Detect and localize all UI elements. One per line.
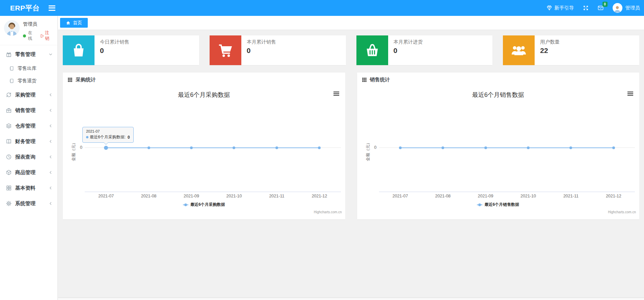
sidebar-item-label: 销售管理	[15, 107, 35, 114]
x-tick: 2021-11	[256, 194, 298, 198]
stat-card-value: 0	[394, 47, 423, 55]
purchase-chart: 最近6个月采购数据 0 金额（元）	[63, 87, 345, 219]
data-point-marker	[612, 146, 615, 149]
legend-item[interactable]: 最近6个月销售数据	[357, 202, 640, 208]
user-avatar	[613, 3, 622, 13]
stat-card-value: 0	[100, 47, 129, 55]
x-tick: 2021-08	[127, 194, 170, 198]
data-point-marker	[233, 146, 235, 149]
chart-credits[interactable]: Highcharts.com.cn	[314, 210, 342, 214]
purchase-stats-panel: 采购统计 最近6个月采购数据 0 金额（元）	[63, 73, 345, 219]
gift-icon	[6, 51, 12, 57]
chevron-left-icon	[49, 124, 53, 128]
chevron-left-icon	[49, 93, 53, 97]
sidebar-item-label: 商品管理	[15, 169, 35, 176]
fullscreen-button[interactable]	[583, 5, 589, 11]
data-point-marker	[569, 146, 572, 149]
legend-item[interactable]: 最近6个月采购数据	[63, 202, 345, 208]
chevron-left-icon	[49, 201, 53, 206]
legend-label: 最近6个月采购数据	[190, 202, 225, 208]
sidebar-item-retail-outbound[interactable]: 零售出库	[0, 62, 57, 75]
logout-link[interactable]: 注销	[40, 30, 53, 42]
legend-marker	[183, 203, 188, 206]
user-menu[interactable]: 管理员	[613, 3, 640, 13]
x-axis-ticks: 2021-07 2021-08 2021-09 2021-10 2021-11 …	[85, 194, 341, 198]
data-point-marker	[147, 146, 150, 149]
x-tick: 2021-11	[549, 194, 592, 198]
sidebar-item-retail[interactable]: 零售管理	[0, 47, 57, 62]
sidebar-item-sales[interactable]: 销售管理	[0, 103, 57, 118]
tooltip-header: 2021-07	[86, 129, 130, 133]
panel-header: 销售统计	[357, 73, 640, 87]
panel-title: 采购统计	[76, 77, 96, 83]
sidebar-menu: 零售管理 零售出库 零售退货 采购管理 销售管理 仓库管理 财务管	[0, 45, 57, 211]
notebook-icon	[9, 66, 14, 71]
sidebar-item-label: 零售出库	[18, 65, 36, 72]
tab-home[interactable]: 首页	[60, 18, 88, 28]
sidebar-item-warehouse[interactable]: 仓库管理	[0, 118, 57, 134]
fullscreen-icon	[583, 5, 589, 11]
page-content: 今日累计销售 0 本月累计销售 0 本月累计进货 0	[58, 30, 644, 219]
chart-context-menu-button[interactable]	[627, 91, 633, 96]
stat-card-label: 本月累计销售	[247, 39, 276, 45]
online-status-label: 在线	[28, 30, 36, 42]
sidebar-toggle-button[interactable]	[49, 5, 55, 11]
guide-button[interactable]: 新手引导	[546, 5, 574, 11]
sidebar-item-label: 系统管理	[15, 200, 35, 207]
sidebar-item-finance[interactable]: 财务管理	[0, 134, 57, 149]
data-point-marker	[441, 146, 444, 149]
sidebar-item-goods[interactable]: 商品管理	[0, 165, 57, 180]
layers-icon	[6, 123, 12, 129]
th-grid-icon	[362, 77, 367, 82]
panel-title: 销售统计	[370, 77, 390, 83]
chart-credits[interactable]: Highcharts.com.cn	[608, 210, 636, 214]
x-tick: 2021-10	[507, 194, 549, 198]
panel-header: 采购统计	[63, 73, 345, 87]
x-axis-line	[379, 192, 635, 192]
x-tick: 2021-08	[422, 194, 464, 198]
top-navbar: ERP平台 新手引导 0 管理员	[0, 0, 644, 16]
x-axis-ticks: 2021-07 2021-08 2021-09 2021-10 2021-11 …	[379, 194, 635, 198]
home-icon	[66, 21, 71, 25]
sidebar-item-retail-return[interactable]: 零售退货	[0, 75, 57, 87]
stat-card-label: 用户数量	[540, 39, 560, 45]
users-icon	[503, 35, 535, 65]
chevron-left-icon	[49, 139, 53, 143]
sidebar-avatar	[4, 20, 20, 36]
app-logo: ERP平台	[10, 3, 40, 13]
messages-button[interactable]: 0	[597, 5, 604, 11]
stat-cards-row: 今日累计销售 0 本月累计销售 0 本月累计进货 0	[63, 35, 639, 65]
legend-label: 最近6个月销售数据	[484, 202, 519, 208]
data-point-marker	[190, 146, 193, 149]
chart-title: 最近6个月销售数据	[357, 91, 640, 99]
online-status-dot	[23, 34, 26, 37]
stat-card-today-sales: 今日累计销售 0	[63, 35, 199, 65]
sidebar-item-label: 仓库管理	[15, 123, 35, 129]
data-point-marker	[527, 146, 530, 149]
sidebar-item-system[interactable]: 系统管理	[0, 196, 57, 211]
guide-label: 新手引导	[555, 5, 574, 11]
stat-card-month-purchase: 本月累计进货 0	[356, 35, 493, 65]
cart-icon	[210, 35, 241, 65]
username: 管理员	[625, 5, 640, 11]
chart-context-menu-button[interactable]	[333, 91, 339, 96]
sidebar-item-purchase[interactable]: 采购管理	[0, 87, 57, 103]
data-point-marker	[275, 146, 278, 149]
x-tick: 2021-07	[379, 194, 422, 198]
chart-panels-row: 采购统计 最近6个月采购数据 0 金额（元）	[63, 73, 639, 219]
cube-icon	[6, 169, 12, 175]
sidebar-item-reports[interactable]: 报表查询	[0, 149, 57, 165]
sidebar-item-basic-data[interactable]: 基本资料	[0, 180, 57, 196]
data-point-marker	[318, 146, 321, 149]
basket-icon	[356, 35, 388, 65]
x-tick: 2021-09	[464, 194, 507, 198]
chevron-left-icon	[49, 186, 53, 190]
shopping-bag-icon	[63, 35, 95, 65]
chevron-left-icon	[49, 155, 53, 159]
x-tick: 2021-09	[170, 194, 213, 198]
sidebar-username: 管理员	[23, 21, 53, 27]
y-axis-tick: 0	[76, 145, 82, 150]
stat-card-user-count: 用户数量 22	[503, 35, 639, 65]
th-grid-icon	[68, 77, 73, 82]
x-tick: 2021-12	[592, 194, 635, 198]
